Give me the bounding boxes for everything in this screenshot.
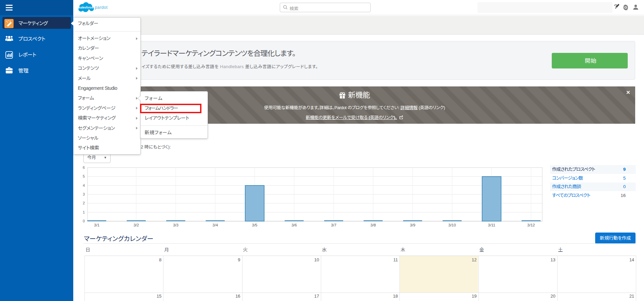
svg-text:salesforce: salesforce [79,6,93,9]
svg-text:pardot: pardot [95,5,108,10]
